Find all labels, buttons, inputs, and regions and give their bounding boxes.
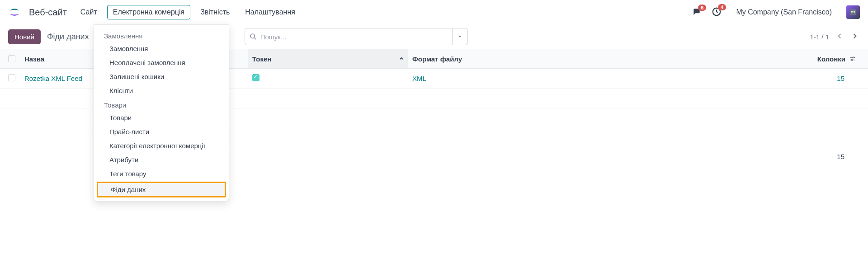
company-label[interactable]: My Company (San Francisco) — [736, 8, 832, 16]
search-input[interactable] — [260, 33, 448, 41]
brand-title: Веб-сайт — [29, 7, 67, 18]
nav-reporting[interactable]: Звітність — [195, 5, 235, 19]
header-icons: 6 4 My Company (San Francisco) — [692, 5, 860, 19]
chat-icon[interactable]: 6 — [692, 7, 702, 18]
search-box[interactable] — [245, 28, 453, 45]
pager-next[interactable] — [850, 31, 860, 42]
nav-ecommerce[interactable]: Електронна комерція — [107, 5, 190, 19]
th-checkbox — [8, 55, 24, 62]
search-wrap — [245, 28, 468, 45]
dropdown-item-orders[interactable]: Замовлення — [94, 42, 229, 56]
chat-badge: 6 — [698, 5, 706, 11]
nav-settings[interactable]: Налаштування — [240, 5, 301, 19]
svg-point-6 — [851, 59, 853, 61]
dropdown-item-pricelists[interactable]: Прайс-листи — [94, 125, 229, 139]
dropdown-item-products[interactable]: Товари — [94, 111, 229, 125]
search-icon — [250, 33, 257, 40]
dropdown-section-orders: Замовлення — [94, 28, 229, 42]
nav-site[interactable]: Сайт — [75, 5, 103, 19]
pager: 1-1 / 1 — [810, 31, 860, 42]
pager-text: 1-1 / 1 — [810, 33, 829, 41]
row-token — [248, 74, 408, 83]
th-columns[interactable]: Колонки — [817, 55, 849, 63]
dropdown-item-attributes[interactable]: Атрибути — [94, 153, 229, 165]
svg-point-2 — [851, 11, 853, 13]
dropdown-item-abandoned[interactable]: Залишені кошики — [94, 70, 229, 84]
row-checkbox[interactable] — [8, 74, 15, 81]
dropdown-item-categories[interactable]: Категорії електронної комерції — [94, 139, 229, 153]
sort-asc-icon — [399, 55, 404, 63]
topbar: Веб-сайт Сайт Електронна комерція Звітні… — [0, 0, 868, 24]
th-column-options[interactable] — [849, 55, 860, 62]
row-cols: 15 — [837, 75, 860, 82]
activity-badge: 4 — [718, 4, 726, 10]
nav: Сайт Електронна комерція Звітність Налаш… — [75, 5, 301, 19]
chevron-down-icon — [458, 34, 462, 39]
row-checkbox-cell — [8, 74, 24, 83]
select-all-checkbox[interactable] — [8, 55, 15, 62]
svg-point-4 — [250, 34, 255, 38]
chevron-left-icon — [836, 33, 843, 39]
search-dropdown-toggle[interactable] — [453, 28, 468, 45]
token-checked-icon — [252, 74, 259, 81]
svg-rect-1 — [850, 9, 856, 15]
svg-point-5 — [853, 57, 854, 58]
activity-icon[interactable]: 4 — [712, 7, 722, 18]
breadcrumb: Фіди даних — [47, 32, 89, 42]
chevron-right-icon — [852, 33, 858, 39]
ecommerce-dropdown: Замовлення Замовлення Неоплачені замовле… — [94, 24, 229, 165]
logo-icon — [8, 6, 21, 19]
footer-total: 15 — [837, 153, 860, 160]
avatar[interactable] — [846, 5, 860, 19]
th-token-label: Токен — [252, 55, 271, 63]
row-format: XML — [408, 75, 643, 82]
svg-point-3 — [854, 11, 855, 13]
th-format[interactable]: Формат файлу — [408, 55, 643, 63]
sliders-icon — [849, 55, 856, 62]
dropdown-item-customers[interactable]: Клієнти — [94, 84, 229, 98]
dropdown-section-products: Товари — [94, 98, 229, 111]
new-button[interactable]: Новий — [8, 29, 41, 44]
dropdown-item-unpaid[interactable]: Неоплачені замовлення — [94, 56, 229, 70]
th-token[interactable]: Токен — [248, 49, 408, 68]
pager-prev[interactable] — [835, 31, 844, 42]
